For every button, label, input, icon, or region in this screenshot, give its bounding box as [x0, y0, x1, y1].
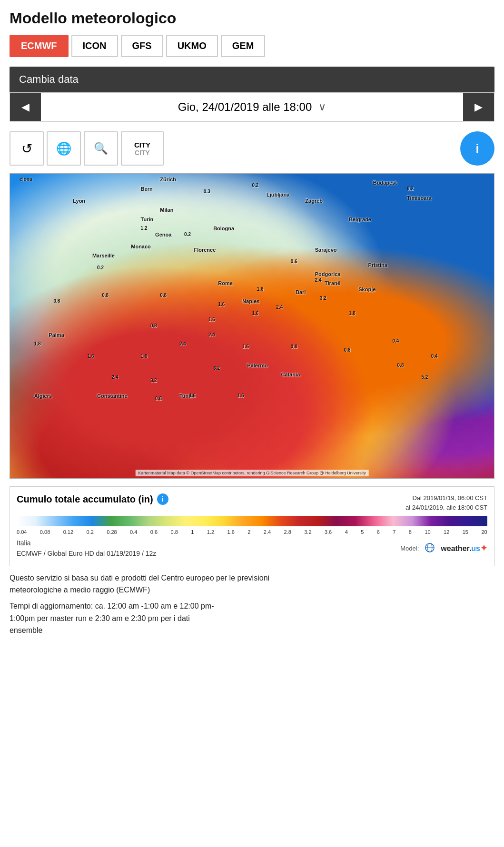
city-genoa: Genoa: [155, 232, 171, 237]
legend-val: 12: [444, 529, 449, 535]
tab-icon[interactable]: ICON: [71, 35, 118, 57]
toolbar: ↺ 🌐 🔍 CITY CITY i: [10, 131, 494, 166]
disclaimer-text: Questo servizio si basa su dati e prodot…: [10, 572, 494, 637]
map-num-4: 1.2: [141, 226, 148, 231]
info-button[interactable]: i: [460, 131, 494, 166]
map-num-20: 0.2: [184, 232, 191, 237]
map-attribution: Kartenmaterial Map data © OpenStreetMap …: [135, 470, 369, 476]
map-num-32: 0.8: [397, 363, 404, 368]
city-florence: Florence: [194, 247, 216, 253]
city-palma: Palma: [49, 332, 64, 338]
city-bologna: Bologna: [213, 226, 234, 231]
legend-info-icon[interactable]: i: [157, 493, 168, 505]
map-num-23: 1.6: [218, 302, 225, 307]
globe-button[interactable]: 🌐: [47, 131, 81, 166]
current-date-text: Gio, 24/01/2019 alle 18:00: [178, 100, 312, 114]
city-belgrade: Belgrade: [349, 217, 371, 222]
map-num-31: 0.4: [392, 338, 399, 344]
legend-val: 2: [247, 529, 250, 535]
city-toggle-button[interactable]: CITY CITY: [121, 131, 164, 166]
map-num-17: 1.6: [189, 393, 196, 398]
legend-val: 0.2: [87, 529, 94, 535]
date-nav: ◀ Gio, 24/01/2019 alle 18:00 ∨ ▶: [10, 92, 494, 122]
city-sarajevo: Sarajevo: [315, 247, 337, 253]
city-bari: Bari: [296, 289, 306, 295]
city-catania: Catania: [281, 372, 300, 377]
legend-val: 10: [425, 529, 430, 535]
map-num-14: 3.2: [213, 365, 220, 371]
zoom-out-button[interactable]: 🔍: [84, 131, 118, 166]
city-pristina: Pristina: [368, 262, 387, 268]
tab-gfs[interactable]: GFS: [121, 35, 163, 57]
legend-val: 0.8: [171, 529, 178, 535]
date-change-header: Cambia data: [10, 67, 494, 92]
map-num-12: 1.6: [141, 354, 148, 359]
legend-val: 0.28: [107, 529, 117, 535]
info-icon: i: [475, 141, 479, 156]
refresh-button[interactable]: ↺: [10, 131, 44, 166]
map-num-26: 2.4: [315, 277, 322, 283]
weather-us-logo: weather.us✦: [441, 543, 487, 553]
tab-gem[interactable]: GEM: [221, 35, 266, 57]
tab-ukmo[interactable]: UKMO: [166, 35, 218, 57]
legend-val: 7: [393, 529, 395, 535]
map-num-15: 3.2: [150, 378, 157, 383]
city-label-top: CITY: [134, 141, 150, 149]
city-turin: Turin: [141, 217, 154, 222]
map-color-layer: Budapest Zagreb Ljubljana Zürich Bern Mi…: [10, 174, 494, 478]
map-num-8: 0.8: [160, 293, 167, 298]
map-num-28: 1.8: [349, 311, 356, 316]
legend-val: 20: [481, 529, 487, 535]
city-budapest: Budapest: [373, 180, 397, 186]
map-num-5: 0.2: [97, 265, 104, 270]
globe-icon: 🌐: [56, 141, 71, 156]
map-num-13: 2.4: [179, 341, 186, 346]
legend-val: 0.12: [63, 529, 73, 535]
map-num-22: 1.6: [257, 286, 264, 292]
model-brand: Model: weather.us✦: [400, 543, 487, 554]
legend-val: 8: [409, 529, 412, 535]
date-dropdown-icon[interactable]: ∨: [318, 101, 326, 113]
legend-title: Cumulo totale accumulato (in) i: [17, 493, 168, 505]
city-naples: Naples: [242, 298, 259, 304]
map-num-7: 0.8: [102, 293, 109, 298]
city-ljubljana: Ljubljana: [267, 192, 289, 197]
legend-val: 1.2: [207, 529, 214, 535]
map-num-34: 5.2: [421, 374, 428, 380]
legend-val: 0.4: [130, 529, 137, 535]
map-num-24: 1.6: [252, 311, 259, 316]
legend-val: 2.4: [264, 529, 271, 535]
legend-date-range: Dal 2019/01/19, 06:00 CST al 24/01/2019,…: [405, 493, 487, 512]
map-num-36: 1.6: [208, 317, 215, 322]
legend-title-row: Cumulo totale accumulato (in) i Dal 2019…: [17, 493, 487, 512]
map-num-27: 3.2: [320, 295, 326, 301]
map-num-19: 0.8: [155, 396, 162, 401]
city-monaco: Monaco: [131, 244, 151, 249]
legend-val: 4: [345, 529, 348, 535]
next-date-button[interactable]: ▶: [463, 93, 494, 121]
city-elona: elona: [20, 177, 32, 182]
model-tabs: ECMWF ICON GFS UKMO GEM: [10, 35, 494, 57]
city-milan: Milan: [160, 207, 173, 213]
map-num-33: 0.4: [431, 354, 438, 359]
weather-map[interactable]: Budapest Zagreb Ljubljana Zürich Bern Mi…: [10, 173, 494, 479]
map-num-3: 0.3: [204, 189, 210, 194]
prev-date-button[interactable]: ◀: [10, 93, 41, 121]
city-tirane: Tiranë: [325, 280, 340, 286]
tab-ecmwf[interactable]: ECMWF: [10, 35, 69, 57]
map-num-29: 0.8: [291, 344, 297, 349]
legend-val: 3.2: [304, 529, 311, 535]
ecmwf-logo: [423, 543, 437, 554]
date-display: Gio, 24/01/2019 alle 18:00 ∨: [41, 93, 463, 121]
map-num-30: 0.8: [344, 347, 351, 353]
map-num-10: 1.6: [88, 354, 94, 359]
map-num-11: 1.8: [34, 341, 41, 346]
map-num-2: 0.2: [407, 186, 414, 191]
map-num-25: 2.4: [276, 305, 283, 310]
map-num-16: 2.4: [112, 374, 119, 380]
city-lyon: Lyon: [73, 198, 85, 204]
legend-val: 15: [463, 529, 468, 535]
city-skopje: Skopje: [358, 286, 376, 292]
legend-values: 0.04 0.08 0.12 0.2 0.28 0.4 0.6 0.8 1 1.…: [17, 529, 487, 535]
city-bern: Bern: [141, 186, 153, 192]
